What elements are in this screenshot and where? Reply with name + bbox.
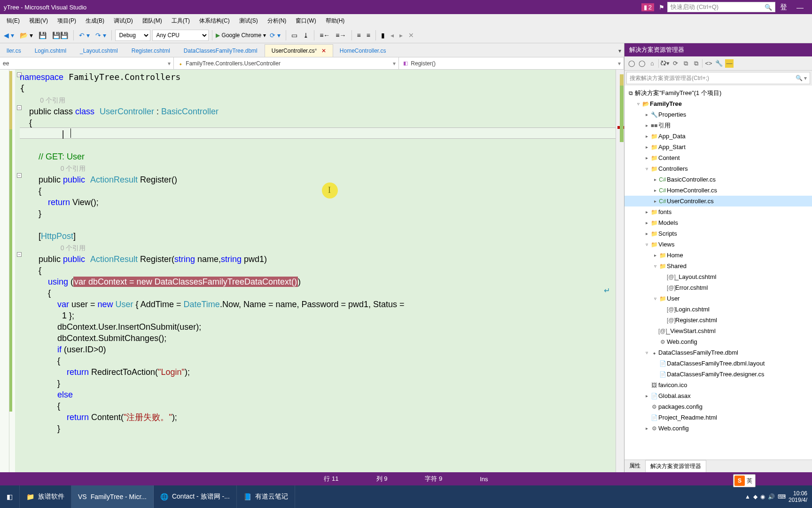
editor-tab[interactable]: _Layout.cshtml — [73, 45, 125, 57]
tree-item[interactable]: ▸📁fonts — [625, 206, 812, 217]
tree-item[interactable]: ·[@]Error.cshtml — [625, 282, 812, 293]
editor-tab[interactable]: ller.cs — [0, 45, 28, 57]
tree-item[interactable]: ▸■■引用 — [625, 120, 812, 131]
menu-item[interactable]: 工具(T) — [167, 15, 195, 27]
taskbar-item[interactable]: 📘有道云笔记 — [237, 485, 295, 508]
menu-item[interactable]: 团队(M) — [138, 15, 167, 27]
tree-item[interactable]: ·📄DataClassesFamilyTree.dbml.layout — [625, 358, 812, 369]
show-all-icon[interactable]: ⧉ — [692, 59, 700, 68]
tree-item[interactable]: ▸⚙Web.config — [625, 423, 812, 434]
tree-item[interactable]: ▸📁Content — [625, 152, 812, 163]
indent-more-icon[interactable]: ≡→ — [334, 31, 348, 40]
bm-clear-icon[interactable]: ✕ — [406, 31, 416, 40]
tree-item[interactable]: ▸📁Home — [625, 250, 812, 261]
refresh-icon[interactable]: ⟳ — [671, 59, 679, 68]
tree-item[interactable]: ▿📁User — [625, 293, 812, 304]
tree-item[interactable]: ▿📁Controllers — [625, 163, 812, 174]
tree-item[interactable]: ·⚙Web.config — [625, 336, 812, 347]
menu-item[interactable]: 窗口(W) — [291, 15, 320, 27]
taskbar-item[interactable]: 🌐Contact - 族谱网 -... — [154, 485, 237, 508]
minimize-button[interactable]: — — [792, 3, 808, 11]
properties-icon[interactable]: 🔧 — [715, 59, 723, 68]
notification-badge[interactable]: ▮2 — [641, 3, 654, 11]
tree-item[interactable]: ▸📁App_Data — [625, 131, 812, 142]
tree-item[interactable]: ·[@]_Layout.cshtml — [625, 271, 812, 282]
fwd-icon[interactable]: ◯ — [638, 59, 646, 68]
refresh-icon[interactable]: ⟳ ▾ — [268, 31, 282, 40]
tree-item[interactable]: ·📄Project_Readme.html — [625, 412, 812, 423]
tree-item[interactable]: ·[@]Register.cshtml — [625, 315, 812, 325]
sync-icon[interactable]: 🗘▾ — [661, 59, 669, 68]
solution-tree[interactable]: ⧉解决方案"FamilyTree"(1 个项目) ▿📂FamilyTree▸🔧P… — [625, 86, 812, 460]
menu-item[interactable]: 测试(S) — [234, 15, 263, 27]
new-project-button[interactable]: 📂 ▾ — [18, 31, 35, 40]
menu-item[interactable]: 视图(V) — [24, 15, 53, 27]
tab-overflow-button[interactable]: ▾ — [616, 45, 624, 57]
tree-item[interactable]: ▸C#HomeController.cs — [625, 185, 812, 196]
step-icon[interactable]: ▭ — [289, 31, 299, 40]
menu-item[interactable]: 帮助(H) — [321, 15, 350, 27]
nav-member-combo[interactable]: ◧ Register()▾ — [399, 57, 624, 69]
tree-item[interactable]: ▸C#UserController.cs — [625, 196, 812, 206]
bookmark-icon[interactable]: ▮ — [379, 31, 387, 40]
redo-button[interactable]: ↷ ▾ — [94, 31, 108, 40]
tray-up-icon[interactable]: ▲ — [745, 493, 750, 500]
tree-item[interactable]: ·🖼favicon.ico — [625, 380, 812, 390]
menu-item[interactable]: 调试(D) — [109, 15, 138, 27]
tree-item[interactable]: ·⚙packages.config — [625, 401, 812, 412]
collapse-icon[interactable]: ⧉ — [681, 59, 690, 68]
ime-indicator[interactable]: S英 — [733, 474, 756, 487]
tree-item[interactable]: ▿📁Shared — [625, 261, 812, 271]
tree-item[interactable]: ▿📁Views — [625, 239, 812, 250]
tab-properties[interactable]: 属性 — [625, 460, 645, 472]
solution-root[interactable]: ⧉解决方案"FamilyTree"(1 个项目) — [625, 87, 812, 98]
tray-lang-icon[interactable]: ⌨ — [778, 493, 786, 500]
save-all-button[interactable]: 💾💾 — [50, 31, 70, 40]
back-icon[interactable]: ◯ — [627, 59, 636, 68]
system-tray[interactable]: ▲ ◆ ◉ 🔊 ⌨ 10:062019/4/ — [740, 490, 812, 503]
comment-icon[interactable]: ≡ — [355, 31, 363, 40]
menu-item[interactable]: 体系结构(C) — [195, 15, 234, 27]
tray-net-icon[interactable]: ◆ — [753, 493, 757, 500]
bm-prev-icon[interactable]: ◂ — [389, 31, 396, 40]
tree-item[interactable]: ▸📁Scripts — [625, 228, 812, 239]
tree-item[interactable]: ·📄DataClassesFamilyTree.designer.cs — [625, 369, 812, 380]
config-dropdown[interactable]: Debug — [115, 30, 150, 41]
editor-tab[interactable]: Register.cshtml — [125, 45, 177, 57]
tree-item[interactable]: ▸🔧Properties — [625, 109, 812, 120]
tray-sound-icon[interactable]: 🔊 — [768, 493, 775, 500]
step-over-icon[interactable]: ⤓ — [301, 31, 311, 40]
overview-scrollbar[interactable] — [616, 70, 624, 472]
uncomment-icon[interactable]: ≡ — [365, 31, 372, 40]
undo-button[interactable]: ↶ ▾ — [77, 31, 92, 40]
back-button[interactable]: ◀ ▾ — [2, 31, 16, 40]
highlight-active-icon[interactable]: — — [725, 59, 734, 68]
tray-app-icon[interactable]: ◉ — [760, 493, 765, 500]
start-button[interactable]: ◧ — [0, 485, 20, 508]
editor-tab[interactable]: UserController.cs* ✕ — [265, 44, 333, 57]
menu-item[interactable]: 辑(E) — [2, 15, 24, 27]
tree-item[interactable]: ·[@]_ViewStart.cshtml — [625, 325, 812, 336]
indent-less-icon[interactable]: ≡← — [318, 31, 332, 40]
quick-launch-input[interactable]: 快速启动 (Ctrl+Q) 🔍 — [667, 2, 775, 12]
tray-clock[interactable]: 10:062019/4/ — [789, 490, 807, 503]
menu-item[interactable]: 项目(P) — [53, 15, 81, 27]
tree-item[interactable]: ▿⬥DataClassesFamilyTree.dbml — [625, 347, 812, 358]
menu-item[interactable]: 分析(N) — [263, 15, 291, 27]
tree-item[interactable]: ▸📁Models — [625, 217, 812, 228]
editor-tab[interactable]: DataClassesFamilyTree.dbml — [177, 45, 265, 57]
tree-item[interactable]: ▸📄Global.asax — [625, 390, 812, 401]
menu-item[interactable]: 生成(B) — [81, 15, 109, 27]
feedback-icon[interactable]: ⚑ — [656, 4, 667, 11]
save-button[interactable]: 💾 — [37, 31, 48, 40]
tab-solution-explorer[interactable]: 解决方案资源管理器 — [645, 460, 706, 472]
login-button[interactable]: 登 — [775, 3, 792, 12]
editor-tab[interactable]: HomeController.cs — [333, 45, 393, 57]
nav-class-combo[interactable]: ⬥ FamilyTree.Controllers.UserController▾ — [174, 57, 399, 69]
taskbar-item[interactable]: VSFamilyTree - Micr... — [71, 485, 154, 508]
code-editor[interactable]: − − − − ↵ namespace FamilyTree.Controlle… — [0, 70, 624, 472]
code-icon[interactable]: <> — [704, 59, 713, 68]
platform-dropdown[interactable]: Any CPU — [152, 30, 209, 41]
nav-project-combo[interactable]: ee▾ — [0, 57, 174, 69]
tree-item[interactable]: ·[@]Login.cshtml — [625, 304, 812, 315]
